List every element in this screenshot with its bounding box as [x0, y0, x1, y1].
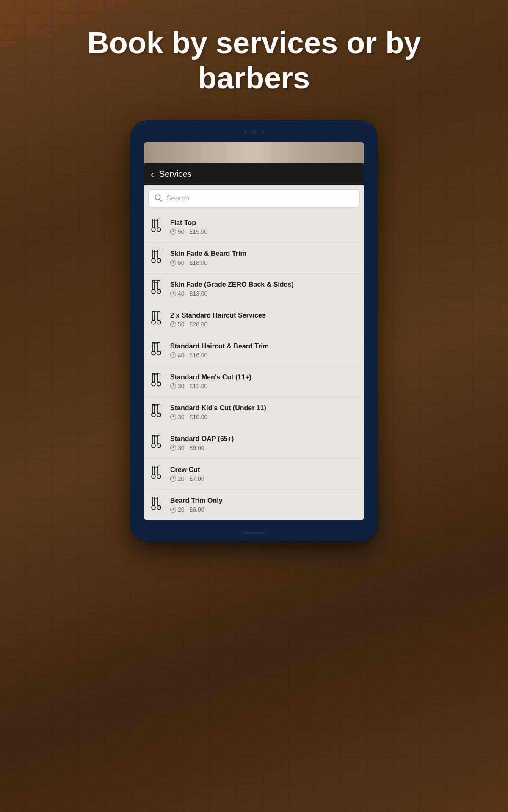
price-value: £7.00 [190, 475, 204, 482]
svg-rect-29 [158, 311, 160, 321]
back-button[interactable]: ‹ [151, 169, 154, 179]
search-placeholder: Search [166, 194, 189, 203]
price-value: £13.00 [190, 290, 208, 297]
service-name: Standard Haircut & Beard Trim [170, 343, 359, 350]
service-name: Standard Men's Cut (11+) [170, 373, 359, 381]
service-meta: 50 £18.00 [170, 259, 359, 266]
price-value: £6.00 [190, 506, 204, 513]
svg-line-28 [152, 321, 152, 324]
svg-line-15 [160, 259, 161, 262]
service-meta: 40 £16.00 [170, 352, 359, 359]
list-item[interactable]: Flat Top 50 £15.00 [144, 212, 364, 243]
top-image-strip [144, 142, 364, 163]
list-item[interactable]: Crew Cut 20 £7.00 [144, 459, 364, 490]
clock-icon [170, 291, 176, 296]
svg-line-47 [160, 382, 161, 385]
clock-icon [170, 445, 176, 451]
service-info: Standard Haircut & Beard Trim 40 £16.00 [170, 343, 359, 359]
svg-line-71 [160, 475, 161, 478]
service-info: Beard Trim Only 20 £6.00 [170, 497, 359, 513]
tablet-device: ‹ Services Search [131, 121, 377, 541]
duration-value: 50 [178, 228, 185, 235]
scissors-icon [149, 403, 164, 422]
scissors-icon [149, 496, 164, 514]
service-info: Standard Men's Cut (11+) 30 £11.00 [170, 373, 359, 390]
svg-line-7 [160, 228, 161, 231]
scissors-icon [149, 280, 164, 298]
price-value: £11.00 [190, 383, 208, 390]
service-meta: 30 £9.00 [170, 444, 359, 451]
price-value: £18.00 [190, 259, 208, 266]
svg-rect-42 [152, 373, 155, 382]
list-item[interactable]: Skin Fade (Grade ZERO Back & Sides) 40 £… [144, 274, 364, 304]
service-duration: 50 [170, 228, 185, 235]
list-item[interactable]: Skin Fade & Beard Trim 50 £18.00 [144, 243, 364, 274]
service-duration: 30 [170, 414, 185, 420]
svg-rect-61 [158, 435, 160, 444]
list-item[interactable]: Beard Trim Only 20 £6.00 [144, 490, 364, 520]
svg-rect-2 [152, 219, 155, 228]
clock-icon [170, 260, 176, 266]
service-info: Standard Kid's Cut (Under 11) 30 £10.00 [170, 404, 359, 420]
svg-rect-34 [152, 342, 155, 351]
service-info: Crew Cut 20 £7.00 [170, 466, 359, 482]
list-item[interactable]: Standard Kid's Cut (Under 11) 30 £10.00 [144, 397, 364, 428]
clock-icon [170, 229, 176, 235]
scissors-icon [149, 249, 164, 267]
search-bar[interactable]: Search [148, 189, 360, 208]
clock-icon [170, 383, 176, 389]
svg-line-36 [152, 351, 152, 354]
service-meta: 30 £10.00 [170, 414, 359, 420]
list-item[interactable]: Standard OAP (65+) 30 £9.00 [144, 428, 364, 459]
service-meta: 30 £11.00 [170, 383, 359, 390]
svg-rect-10 [152, 250, 155, 259]
svg-rect-69 [158, 466, 160, 475]
svg-rect-5 [158, 219, 160, 228]
service-meta: 50 £20.00 [170, 321, 359, 328]
scissors-icon [149, 218, 164, 236]
header-bar: ‹ Services [144, 163, 364, 185]
svg-line-55 [160, 413, 161, 416]
price-value: £9.00 [190, 444, 204, 451]
clock-icon [170, 476, 176, 482]
service-meta: 20 £7.00 [170, 475, 359, 482]
scissors-icon [149, 372, 164, 391]
svg-line-76 [152, 506, 152, 509]
scissors-icon [149, 341, 164, 360]
service-duration: 40 [170, 290, 185, 297]
service-name: Standard Kid's Cut (Under 11) [170, 404, 359, 412]
service-name: Standard OAP (65+) [170, 435, 359, 443]
list-item[interactable]: Standard Men's Cut (11+) 30 £11.00 [144, 366, 364, 397]
svg-line-44 [152, 382, 152, 385]
duration-value: 20 [178, 475, 185, 482]
service-meta: 20 £6.00 [170, 506, 359, 513]
service-duration: 20 [170, 475, 185, 482]
header-title: Services [159, 169, 192, 179]
svg-line-12 [152, 259, 152, 262]
service-duration: 20 [170, 506, 185, 513]
svg-rect-77 [158, 497, 160, 506]
list-item[interactable]: Standard Haircut & Beard Trim 40 £16.00 [144, 335, 364, 366]
price-value: £16.00 [190, 352, 208, 359]
duration-value: 30 [178, 383, 185, 390]
list-item[interactable]: 2 x Standard Haircut Services 50 £20.00 [144, 304, 364, 335]
duration-value: 20 [178, 506, 185, 513]
clock-icon [170, 352, 176, 358]
service-name: Skin Fade (Grade ZERO Back & Sides) [170, 281, 359, 288]
services-list: Flat Top 50 £15.00 [144, 212, 364, 520]
service-name: 2 x Standard Haircut Services [170, 312, 359, 319]
price-value: £15.00 [190, 228, 208, 235]
service-name: Crew Cut [170, 466, 359, 474]
svg-line-60 [152, 444, 152, 447]
svg-line-20 [152, 290, 152, 293]
service-duration: 50 [170, 259, 185, 266]
duration-value: 50 [178, 259, 185, 266]
svg-rect-21 [158, 280, 160, 290]
duration-value: 30 [178, 414, 185, 420]
service-info: Skin Fade & Beard Trim 50 £18.00 [170, 250, 359, 266]
service-info: Standard OAP (65+) 30 £9.00 [170, 435, 359, 451]
clock-icon [170, 507, 176, 513]
service-duration: 30 [170, 444, 185, 451]
tablet-screen: ‹ Services Search [144, 142, 364, 520]
svg-rect-18 [152, 280, 155, 290]
